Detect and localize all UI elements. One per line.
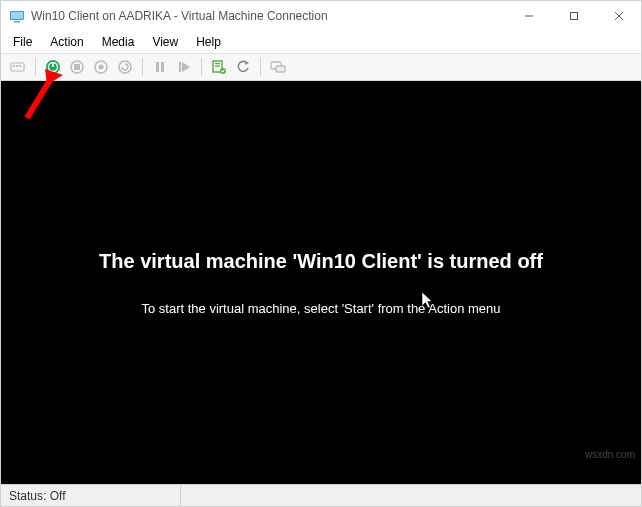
- enhanced-session-icon[interactable]: [267, 56, 289, 78]
- svg-rect-24: [215, 63, 220, 64]
- svg-rect-4: [570, 13, 577, 20]
- toolbar: [1, 53, 641, 81]
- pause-icon[interactable]: [149, 56, 171, 78]
- reset-icon[interactable]: [173, 56, 195, 78]
- svg-marker-22: [182, 62, 190, 72]
- maximize-button[interactable]: [551, 1, 596, 31]
- turnoff-icon[interactable]: [66, 56, 88, 78]
- svg-rect-19: [156, 62, 159, 72]
- revert-icon[interactable]: [232, 56, 254, 78]
- window-title: Win10 Client on AADRIKA - Virtual Machin…: [31, 9, 506, 23]
- save-icon[interactable]: [114, 56, 136, 78]
- svg-point-18: [119, 61, 131, 73]
- menu-file[interactable]: File: [5, 33, 40, 51]
- svg-rect-1: [11, 12, 23, 19]
- menu-help[interactable]: Help: [188, 33, 229, 51]
- start-icon[interactable]: [42, 56, 64, 78]
- menu-view[interactable]: View: [144, 33, 186, 51]
- toolbar-separator: [201, 58, 202, 76]
- svg-rect-9: [16, 65, 18, 67]
- minimize-button[interactable]: [506, 1, 551, 31]
- status-spacer: [181, 485, 641, 506]
- svg-rect-8: [13, 65, 15, 67]
- close-button[interactable]: [596, 1, 641, 31]
- window-controls: [506, 1, 641, 31]
- svg-point-17: [99, 65, 104, 70]
- toolbar-separator: [35, 58, 36, 76]
- toolbar-separator: [260, 58, 261, 76]
- menubar: File Action Media View Help: [1, 31, 641, 53]
- svg-rect-20: [161, 62, 164, 72]
- watermark: wsxdn.com: [585, 449, 635, 460]
- vm-status-headline: The virtual machine 'Win10 Client' is tu…: [99, 250, 543, 273]
- titlebar: Win10 Client on AADRIKA - Virtual Machin…: [1, 1, 641, 31]
- statusbar: Status: Off: [1, 484, 641, 506]
- menu-media[interactable]: Media: [94, 33, 143, 51]
- svg-rect-15: [74, 64, 80, 70]
- svg-rect-21: [179, 62, 181, 72]
- toolbar-separator: [142, 58, 143, 76]
- svg-marker-27: [245, 61, 249, 65]
- checkpoint-icon[interactable]: [208, 56, 230, 78]
- vm-status-subline: To start the virtual machine, select 'St…: [141, 301, 500, 316]
- svg-rect-10: [19, 65, 21, 67]
- svg-rect-2: [14, 21, 20, 23]
- status-text: Status: Off: [1, 485, 181, 506]
- vm-viewport: The virtual machine 'Win10 Client' is tu…: [1, 81, 641, 484]
- app-icon: [9, 8, 25, 24]
- svg-rect-25: [215, 66, 220, 67]
- shutdown-icon[interactable]: [90, 56, 112, 78]
- svg-rect-29: [276, 66, 285, 72]
- ctrl-alt-del-icon[interactable]: [7, 56, 29, 78]
- menu-action[interactable]: Action: [42, 33, 91, 51]
